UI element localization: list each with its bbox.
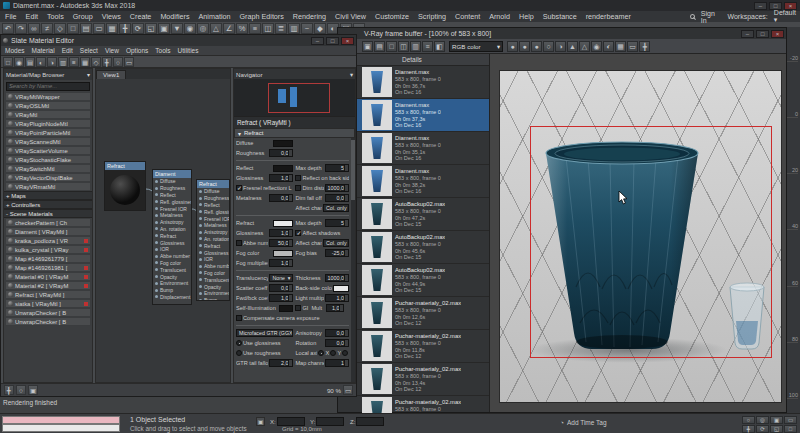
reflect-max-depth-spinner[interactable]: 5 [325, 164, 349, 172]
select-by-name-icon[interactable]: ▤ [80, 23, 92, 34]
abbe-number-spinner[interactable]: 50,0 [269, 239, 293, 247]
gtr-tail-falloff-spinner[interactable]: 2,0 [269, 359, 293, 367]
angle-snap-icon[interactable]: ∠ [223, 23, 235, 34]
slot-socket-icon[interactable] [199, 299, 202, 300]
light-multiplier-spinner[interactable]: 1,0 [325, 294, 349, 302]
self-illumination-swatch[interactable] [279, 305, 293, 312]
ref-coord-icon[interactable]: ▼ [171, 23, 183, 34]
compensate-exposure-checkbox[interactable] [236, 315, 242, 321]
slot-socket-icon[interactable] [155, 187, 158, 190]
fwd-bck-coeff-spinner[interactable]: 1,0 [269, 294, 293, 302]
affect-channels-dropdown[interactable]: Col. only [323, 204, 349, 212]
node-slot[interactable]: Refract [197, 242, 229, 249]
window-crossing-icon[interactable]: ▦ [106, 23, 118, 34]
material-id-icon[interactable]: ◇ [91, 57, 101, 67]
node-slot[interactable]: Fog color [153, 260, 191, 267]
scene-material-item[interactable]: kratka_podloza [ VR [5, 236, 91, 245]
slate-zoom-icon[interactable]: ○ [16, 385, 26, 395]
mirror-icon[interactable]: ◫ [262, 23, 274, 34]
blue-channel-icon[interactable]: ● [531, 41, 542, 52]
node-title[interactable]: Refract [197, 180, 229, 188]
navigator-collapse-icon[interactable]: ▾ [350, 71, 353, 78]
dim-distance-checkbox[interactable] [295, 185, 301, 191]
browser-material-item[interactable]: VRayStochasticFlake [5, 155, 91, 164]
history-panel-icon[interactable]: ≡ [422, 41, 433, 52]
metalness-spinner[interactable]: 0,0 [269, 194, 293, 202]
fog-color-swatch[interactable] [273, 250, 293, 257]
slot-socket-icon[interactable] [155, 193, 158, 196]
mult-spinner[interactable]: 1,0 [326, 304, 344, 312]
browser-material-item[interactable]: VRaySwitchMtl [5, 164, 91, 173]
redo-icon[interactable]: ↷ [15, 23, 27, 34]
node-slot[interactable]: Metalness [197, 222, 229, 229]
scene-material-item[interactable]: Material #2 [ VRayM [5, 281, 91, 290]
node-slot[interactable]: Refl. glossiness [153, 198, 191, 205]
node-slot[interactable]: Environment [197, 290, 229, 297]
slate-pan-icon[interactable]: ╋ [4, 385, 14, 395]
color-corrections-icon[interactable]: ▦ [615, 41, 626, 52]
refract-max-depth-spinner[interactable]: 5 [325, 219, 349, 227]
menu-item[interactable]: renderbeamer [586, 12, 631, 21]
reflect-color-swatch[interactable] [273, 165, 293, 172]
slot-socket-icon[interactable] [199, 244, 202, 247]
menu-item[interactable]: File [5, 12, 17, 21]
history-row[interactable]: Puchar-materialy_02.max 583 x 800, frame… [338, 297, 489, 330]
refract-color-swatch[interactable] [273, 220, 293, 227]
menu-item[interactable]: Edit [26, 12, 38, 21]
parameter-scrollbar[interactable] [351, 138, 355, 382]
vfb-maximize-button[interactable]: □ [756, 30, 769, 38]
white-balance-icon[interactable]: ◐ [603, 41, 614, 52]
translucency-dropdown[interactable]: None▾ [269, 274, 293, 282]
scene-material-item[interactable]: Refract [ VRayMtl ] [5, 290, 91, 299]
slate-close-button[interactable]: × [341, 37, 354, 45]
navigator-minimap[interactable] [234, 79, 355, 117]
slate-menu-item[interactable]: Material [32, 47, 55, 54]
use-roughness-radio[interactable] [236, 350, 242, 356]
slate-menu-item[interactable]: Options [126, 47, 148, 54]
node-slot[interactable]: Glossiness [153, 239, 191, 246]
node-slot[interactable]: Anisotropy [197, 229, 229, 236]
field-of-view-icon[interactable]: ◱ [770, 425, 783, 433]
slot-socket-icon[interactable] [155, 221, 158, 224]
slot-socket-icon[interactable] [199, 224, 202, 227]
alpha-channel-icon[interactable]: ○ [543, 41, 554, 52]
scene-material-item[interactable]: Diament [ VRayMtl ] [5, 227, 91, 236]
slate-menu-item[interactable]: Edit [62, 47, 73, 54]
history-row[interactable]: Diament.max 583 x 800, frame 0 0h 0m 35,… [338, 132, 489, 165]
node-slot[interactable]: Reflect [197, 202, 229, 209]
node-slot[interactable]: Anisotropy [153, 219, 191, 226]
undo-icon[interactable]: ↶ [2, 23, 14, 34]
menu-item[interactable]: Modifiers [160, 12, 189, 21]
save-image-icon[interactable]: ▣ [362, 41, 373, 52]
percent-snap-icon[interactable]: % [236, 23, 248, 34]
select-scale-icon[interactable]: ◱ [145, 23, 157, 34]
slot-socket-icon[interactable] [155, 234, 158, 237]
slate-zoom-extents-icon[interactable]: ▣ [28, 385, 38, 395]
pan-tool-icon[interactable]: ╋ [102, 57, 112, 67]
view-clamped-icon[interactable]: △ [579, 41, 590, 52]
vfb-titlebar[interactable]: V-Ray frame buffer - [100% of 583 x 800]… [338, 28, 786, 39]
history-row[interactable]: Diament.max 583 x 800, frame 0 0h 0m 37,… [338, 99, 489, 132]
node-title[interactable]: Refract [105, 162, 145, 170]
node-slot[interactable]: Bump [197, 297, 229, 300]
refract-rollout[interactable]: ▾Refract [234, 128, 355, 138]
coord-y-field[interactable] [316, 417, 344, 426]
search-icon[interactable] [690, 14, 695, 19]
scene-material-item[interactable]: UnwrapChecker [ B [5, 308, 91, 317]
slot-socket-icon[interactable] [199, 237, 202, 240]
menu-item[interactable]: Civil View [335, 12, 366, 21]
select-manipulate-icon[interactable]: ◎ [197, 23, 209, 34]
curve-editor-icon[interactable]: ~ [301, 23, 313, 34]
history-header[interactable]: Details [338, 54, 489, 66]
scene-material-item[interactable]: Material #0 [ VRayM [5, 272, 91, 281]
slot-socket-icon[interactable] [199, 210, 202, 213]
menu-item[interactable]: Content [455, 12, 480, 21]
node-slot[interactable]: Reflect [153, 192, 191, 199]
fresnel-reflections-checkbox[interactable] [236, 185, 242, 191]
browser-material-item[interactable]: VRayVectorDisplBake [5, 173, 91, 182]
render-region-icon[interactable]: ▭ [627, 41, 638, 52]
node-slot[interactable]: Roughness [153, 185, 191, 192]
unlink-icon[interactable]: ≠ [41, 23, 53, 34]
browser-material-item[interactable]: VRayScatterVolume [5, 146, 91, 155]
slot-socket-icon[interactable] [155, 275, 158, 278]
